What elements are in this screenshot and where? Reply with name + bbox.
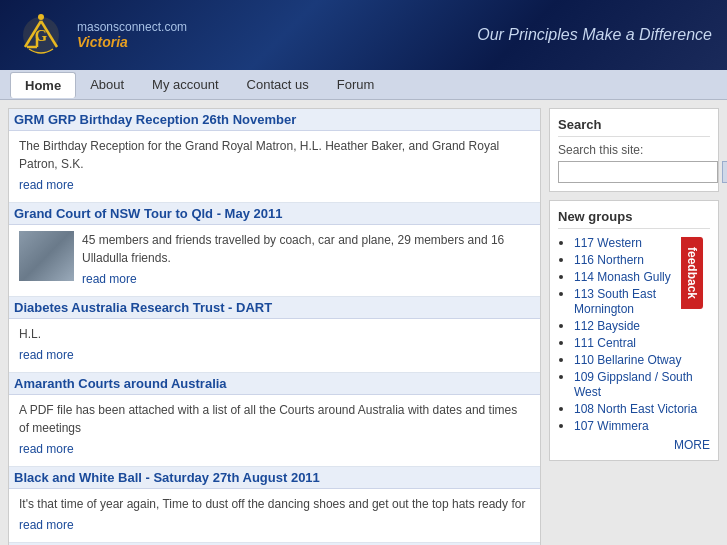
group-link[interactable]: 111 Central: [574, 336, 636, 350]
list-item: 108 North East Victoria: [574, 401, 710, 416]
article-body-text: It's that time of year again, Time to du…: [19, 497, 525, 511]
article-item: Amaranth Courts around AustraliaA PDF fi…: [9, 373, 540, 467]
logo-text: masonsconnect.com Victoria: [77, 20, 187, 50]
article-body: The Birthday Reception for the Grand Roy…: [19, 137, 530, 194]
article-text: A PDF file has been attached with a list…: [19, 401, 530, 458]
nav-item-about[interactable]: About: [76, 72, 138, 97]
article-title[interactable]: Diabetes Australia Research Trust - DART: [9, 297, 540, 319]
group-link[interactable]: 113 South East Mornington: [574, 287, 656, 316]
article-image: [19, 231, 74, 281]
article-body-text: H.L.: [19, 327, 41, 341]
nav-item-my-account[interactable]: My account: [138, 72, 232, 97]
article-title[interactable]: Black and White Ball - Saturday 27th Aug…: [9, 467, 540, 489]
article-text: 45 members and friends travelled by coac…: [82, 231, 530, 288]
search-box: Search Search this site: Search: [549, 108, 719, 192]
tagline: Our Principles Make a Difference: [477, 26, 712, 44]
article-item: Diabetes Australia Research Trust - DART…: [9, 297, 540, 373]
group-link[interactable]: 107 Wimmera: [574, 419, 649, 433]
search-button[interactable]: Search: [722, 161, 727, 183]
article-item: Black and White Ball - Saturday 27th Aug…: [9, 467, 540, 543]
navigation-bar: HomeAboutMy accountContact usForum: [0, 70, 727, 100]
article-body: 45 members and friends travelled by coac…: [19, 231, 530, 288]
svg-point-6: [38, 14, 44, 20]
article-body: H.L.read more: [19, 325, 530, 364]
site-url: masonsconnect.com: [77, 20, 187, 34]
search-row: Search: [558, 161, 710, 183]
nav-item-contact-us[interactable]: Contact us: [233, 72, 323, 97]
list-item: 110 Bellarine Otway: [574, 352, 710, 367]
logo-emblem: G: [15, 9, 67, 61]
new-groups-title: New groups: [558, 209, 710, 229]
read-more-link[interactable]: read more: [19, 346, 74, 364]
group-link[interactable]: 109 Gippsland / South West: [574, 370, 693, 399]
logo-area: G masonsconnect.com Victoria: [15, 9, 187, 61]
main-layout: GRM GRP Birthday Reception 26th November…: [0, 100, 727, 545]
read-more-link[interactable]: read more: [82, 270, 530, 288]
content-area: GRM GRP Birthday Reception 26th November…: [8, 108, 541, 545]
read-more-link[interactable]: read more: [19, 440, 530, 458]
article-title[interactable]: Grand Court of NSW Tour to Qld - May 201…: [9, 203, 540, 225]
article-title[interactable]: GRM GRP Birthday Reception 26th November: [9, 109, 540, 131]
feedback-tab[interactable]: feedback: [681, 236, 703, 308]
group-link[interactable]: 108 North East Victoria: [574, 402, 697, 416]
read-more-link[interactable]: read more: [19, 516, 525, 534]
search-input[interactable]: [558, 161, 718, 183]
article-item: GRM GRP Birthday Reception 26th November…: [9, 109, 540, 203]
more-link[interactable]: MORE: [558, 438, 710, 452]
nav-item-forum[interactable]: Forum: [323, 72, 389, 97]
victoria-label: Victoria: [77, 34, 187, 50]
group-link[interactable]: 110 Bellarine Otway: [574, 353, 681, 367]
article-body-text: The Birthday Reception for the Grand Roy…: [19, 139, 499, 171]
list-item: 111 Central: [574, 335, 710, 350]
article-body-text: A PDF file has been attached with a list…: [19, 403, 517, 435]
article-text: It's that time of year again, Time to du…: [19, 495, 525, 534]
read-more-link[interactable]: read more: [19, 176, 530, 194]
group-link[interactable]: 116 Northern: [574, 253, 644, 267]
nav-item-home[interactable]: Home: [10, 72, 76, 98]
article-body: It's that time of year again, Time to du…: [19, 495, 530, 534]
article-text: H.L.read more: [19, 325, 74, 364]
list-item: 109 Gippsland / South West: [574, 369, 710, 399]
article-body: A PDF file has been attached with a list…: [19, 401, 530, 458]
sidebar: Search Search this site: Search New grou…: [549, 108, 719, 545]
search-label: Search this site:: [558, 143, 710, 157]
group-link[interactable]: 114 Monash Gully: [574, 270, 671, 284]
article-text: The Birthday Reception for the Grand Roy…: [19, 137, 530, 194]
article-body-text: 45 members and friends travelled by coac…: [82, 233, 504, 265]
list-item: 107 Wimmera: [574, 418, 710, 433]
site-header: G masonsconnect.com Victoria Our Princip…: [0, 0, 727, 70]
article-item: Grand Court of NSW Tour to Qld - May 201…: [9, 203, 540, 297]
article-title[interactable]: Amaranth Courts around Australia: [9, 373, 540, 395]
group-link[interactable]: 117 Western: [574, 236, 642, 250]
group-link[interactable]: 112 Bayside: [574, 319, 640, 333]
search-box-title: Search: [558, 117, 710, 137]
list-item: 112 Bayside: [574, 318, 710, 333]
